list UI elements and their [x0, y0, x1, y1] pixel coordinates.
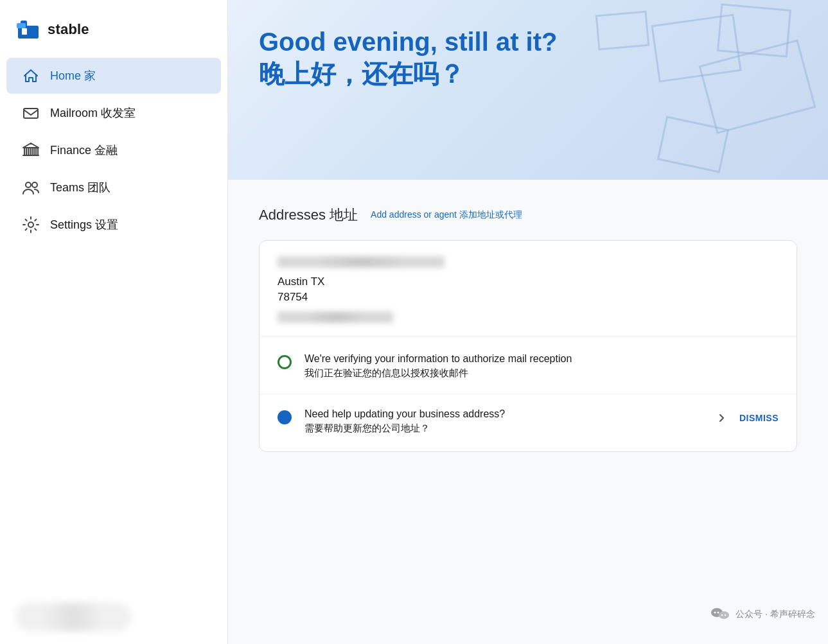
address-line1-blurred	[277, 256, 445, 268]
sidebar-item-teams[interactable]: Teams 团队	[6, 170, 221, 205]
chevron-right-button[interactable]	[714, 410, 729, 426]
envelope-shape-1	[651, 13, 741, 82]
svg-point-14	[28, 222, 33, 227]
svg-point-13	[32, 182, 37, 187]
verifying-text-cn: 我们正在验证您的信息以授权接收邮件	[304, 367, 779, 379]
app-name: stable	[48, 21, 89, 38]
status-item-update-address: Need help updating your business address…	[260, 394, 797, 449]
stable-logo-icon	[15, 18, 41, 41]
svg-point-12	[26, 182, 31, 187]
addresses-title: Addresses 地址	[259, 205, 358, 225]
address-card: Austin TX 78754 We're verifying your inf…	[259, 240, 797, 452]
mailroom-icon	[22, 104, 40, 122]
content-area: Addresses 地址 Add address or agent 添加地址或代…	[228, 180, 828, 644]
hero-section: Good evening, still at it? 晚上好，还在吗？	[228, 0, 828, 180]
update-text-en: Need help updating your business address…	[304, 408, 701, 420]
teams-icon	[22, 178, 40, 196]
sidebar-item-settings[interactable]: Settings 设置	[6, 207, 221, 243]
status-text-update: Need help updating your business address…	[304, 408, 701, 435]
hero-greeting: Good evening, still at it? 晚上好，还在吗？	[259, 26, 657, 90]
svg-point-20	[725, 614, 726, 616]
wechat-icon	[710, 604, 730, 625]
svg-rect-8	[36, 148, 38, 155]
sidebar-item-finance[interactable]: Finance 金融	[6, 132, 221, 168]
envelope-shape-2	[717, 3, 791, 57]
main-content: Good evening, still at it? 晚上好，还在吗？ Addr…	[228, 0, 828, 644]
logo-area: stable	[0, 10, 227, 57]
svg-point-19	[721, 614, 723, 616]
svg-point-17	[714, 612, 716, 614]
status-item-verifying: We're verifying your information to auth…	[260, 339, 797, 394]
svg-rect-3	[22, 28, 27, 35]
svg-point-18	[718, 612, 719, 614]
sidebar-item-mailroom[interactable]: Mailroom 收发室	[6, 95, 221, 131]
address-zip: 78754	[277, 291, 779, 304]
address-city-state: Austin TX	[277, 275, 779, 288]
svg-rect-4	[24, 109, 38, 118]
sidebar-nav: Home 家 Mailroom 收发室	[0, 57, 227, 244]
address-top-section: Austin TX 78754	[260, 241, 797, 336]
svg-rect-6	[28, 148, 30, 155]
sidebar-settings-label: Settings 设置	[50, 217, 118, 232]
user-avatar-blurred	[15, 603, 131, 631]
status-items-list: We're verifying your information to auth…	[260, 336, 797, 451]
watermark-text: 公众号 · 希声碎碎念	[736, 609, 815, 620]
chevron-right-icon	[716, 413, 727, 423]
svg-rect-2	[17, 23, 26, 28]
sidebar: stable Home 家 Mailroom 收发室	[0, 0, 228, 644]
home-icon	[22, 67, 40, 85]
address-line2-blurred	[277, 311, 393, 323]
envelope-shape-3	[698, 39, 816, 134]
greeting-english: Good evening, still at it?	[259, 28, 557, 56]
sidebar-item-home[interactable]: Home 家	[6, 58, 221, 94]
watermark: 公众号 · 希声碎碎念	[710, 604, 815, 625]
status-text-verifying: We're verifying your information to auth…	[304, 353, 779, 379]
add-address-link[interactable]: Add address or agent 添加地址或代理	[371, 209, 522, 221]
sidebar-finance-label: Finance 金融	[50, 143, 118, 158]
svg-rect-5	[24, 148, 26, 155]
finance-icon-final	[22, 141, 40, 159]
sidebar-bottom	[0, 590, 227, 644]
sidebar-teams-label: Teams 团队	[50, 180, 110, 195]
greeting-chinese: 晚上好，还在吗？	[259, 58, 657, 90]
dismiss-button[interactable]: DISMISS	[739, 413, 779, 423]
verifying-text-en: We're verifying your information to auth…	[304, 353, 779, 365]
envelope-shape-4	[657, 116, 729, 173]
dot-update	[277, 410, 292, 424]
addresses-header: Addresses 地址 Add address or agent 添加地址或代…	[259, 205, 797, 225]
update-text-cn: 需要帮助更新您的公司地址？	[304, 422, 701, 435]
sidebar-mailroom-label: Mailroom 收发室	[50, 105, 136, 121]
svg-rect-7	[32, 148, 34, 155]
update-actions: DISMISS	[714, 410, 779, 426]
settings-icon	[22, 216, 40, 234]
dot-verifying	[277, 355, 292, 369]
sidebar-home-label: Home 家	[50, 68, 96, 83]
svg-point-16	[719, 611, 729, 619]
